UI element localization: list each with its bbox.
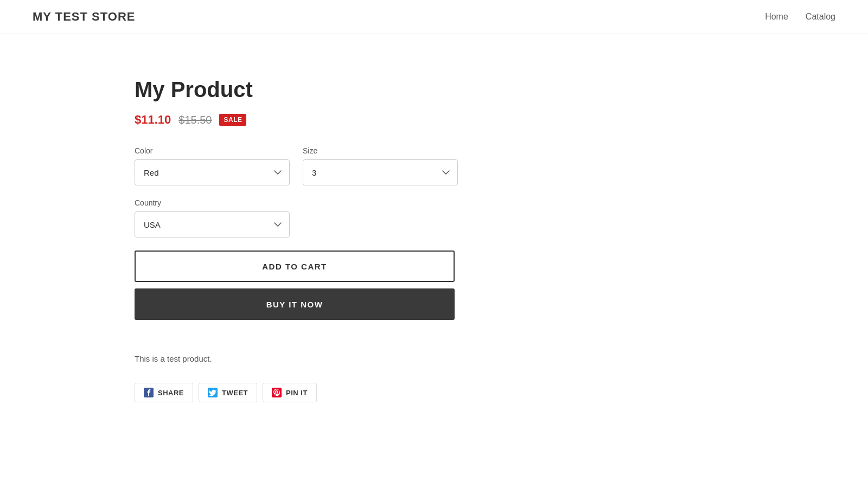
- main-nav: Home Catalog: [765, 12, 835, 22]
- size-label: Size: [303, 146, 458, 155]
- twitter-share-button[interactable]: TWEET: [199, 383, 257, 402]
- pinterest-icon: [272, 388, 282, 397]
- product-description: This is a test product.: [135, 352, 456, 365]
- country-select[interactable]: USA Canada UK Australia: [135, 211, 290, 237]
- buy-now-button[interactable]: BUY IT NOW: [135, 288, 455, 320]
- size-select[interactable]: 1 2 3 4 5: [303, 159, 458, 185]
- twitter-share-label: TWEET: [222, 389, 248, 397]
- facebook-share-label: SHARE: [158, 389, 184, 397]
- product-title: My Product: [135, 78, 456, 102]
- pinterest-share-button[interactable]: PIN IT: [263, 383, 317, 402]
- twitter-icon: [208, 388, 218, 397]
- sale-price: $11.10: [135, 113, 171, 127]
- country-label: Country: [135, 198, 290, 207]
- color-select[interactable]: Red Blue Green: [135, 159, 290, 185]
- country-group: Country USA Canada UK Australia: [135, 198, 290, 237]
- size-group: Size 1 2 3 4 5: [303, 146, 458, 185]
- color-label: Color: [135, 146, 290, 155]
- variant-row-2: Country USA Canada UK Australia: [135, 198, 456, 237]
- store-logo[interactable]: MY TEST STORE: [33, 10, 135, 24]
- add-to-cart-button[interactable]: ADD TO CART: [135, 251, 455, 282]
- nav-catalog[interactable]: Catalog: [806, 12, 835, 22]
- product-page: My Product $11.10 $15.50 SALE Color Red …: [0, 34, 488, 435]
- nav-home[interactable]: Home: [765, 12, 788, 22]
- price-section: $11.10 $15.50 SALE: [135, 113, 456, 127]
- original-price: $15.50: [178, 114, 212, 126]
- facebook-icon: [144, 388, 154, 397]
- share-section: SHARE TWEET PIN IT: [135, 383, 456, 402]
- sale-badge: SALE: [219, 114, 246, 126]
- site-header: MY TEST STORE Home Catalog: [0, 0, 868, 34]
- pinterest-share-label: PIN IT: [286, 389, 308, 397]
- purchase-buttons: ADD TO CART BUY IT NOW: [135, 251, 456, 320]
- variant-row-1: Color Red Blue Green Size 1 2 3 4 5: [135, 146, 456, 185]
- color-group: Color Red Blue Green: [135, 146, 290, 185]
- facebook-share-button[interactable]: SHARE: [135, 383, 193, 402]
- variant-section: Color Red Blue Green Size 1 2 3 4 5: [135, 146, 456, 237]
